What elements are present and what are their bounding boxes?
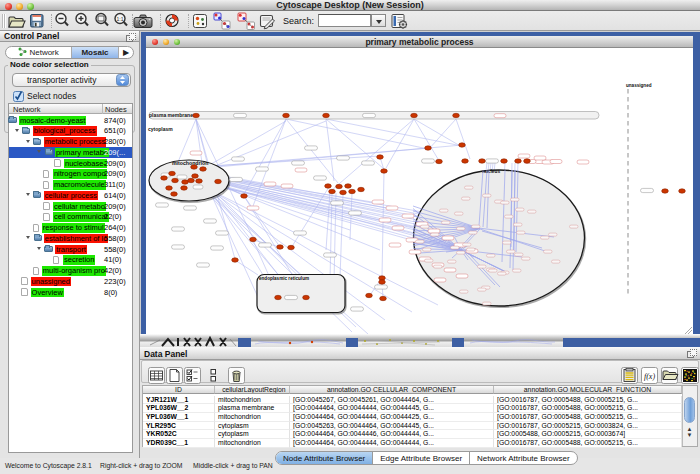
svg-text:f(x): f(x) [644,372,655,381]
svg-text:cytoplasm: cytoplasm [148,126,173,132]
svg-text:unassigned: unassigned [626,83,652,88]
svg-text:1:1: 1:1 [117,16,124,22]
svg-text:mitochondrion: mitochondrion [172,160,208,166]
svg-text:nucleus: nucleus [482,169,500,174]
svg-text:endoplasmic reticulum: endoplasmic reticulum [259,276,309,281]
svg-text:plasma membrane: plasma membrane [149,112,193,118]
